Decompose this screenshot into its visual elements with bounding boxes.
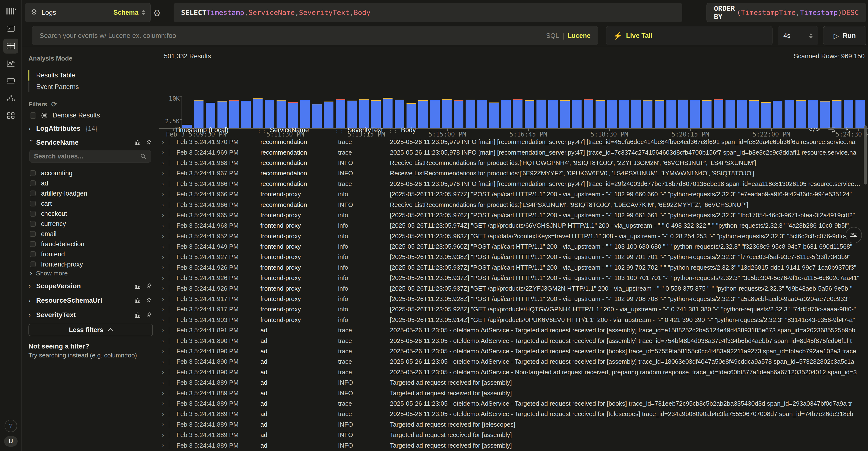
group-log-attributes[interactable]: › LogAttributes {14} bbox=[28, 125, 152, 132]
bar-chart-icon[interactable] bbox=[134, 140, 141, 146]
run-button[interactable]: ▷ Run bbox=[823, 26, 866, 46]
table-row[interactable]: ›Feb 3 5:24:41.890 PMadtrace2025-05-26 1… bbox=[159, 357, 862, 367]
row-expand-chevron[interactable]: › bbox=[162, 159, 169, 166]
bar-chart-icon[interactable] bbox=[134, 312, 141, 318]
live-tail-button[interactable]: ⚡ Live Tail bbox=[606, 26, 773, 46]
table-row[interactable]: ›Feb 3 5:24:41.926 PMfrontend-proxyinfo[… bbox=[159, 273, 862, 283]
table-row[interactable]: ›Feb 3 5:24:41.966 PMrecommendationtrace… bbox=[159, 179, 862, 189]
service-value-checkout[interactable]: checkout bbox=[30, 209, 151, 219]
table-row[interactable]: ›Feb 3 5:24:41.889 PMadINFOTargeted ad r… bbox=[159, 378, 862, 388]
row-expand-chevron[interactable]: › bbox=[162, 432, 169, 439]
row-expand-chevron[interactable]: › bbox=[162, 222, 169, 229]
table-row[interactable]: ›Feb 3 5:24:41.890 PMadtrace2025-05-26 1… bbox=[159, 367, 862, 378]
table-row[interactable]: ›Feb 3 5:24:41.917 PMfrontend-proxyinfo[… bbox=[159, 294, 862, 304]
table-row[interactable]: ›Feb 3 5:24:41.952 PMfrontend-proxyinfo[… bbox=[159, 231, 862, 241]
refresh-interval-stepper[interactable]: 4s bbox=[778, 26, 818, 46]
column-header-severitytext[interactable]: ⋮⋮SeverityText bbox=[334, 126, 383, 134]
row-expand-chevron[interactable]: › bbox=[162, 421, 169, 428]
table-row[interactable]: ›Feb 3 5:24:41.968 PMrecommendationINFOR… bbox=[159, 158, 862, 168]
column-header-body[interactable]: ⋮⋮Body bbox=[388, 126, 416, 134]
row-expand-chevron[interactable]: › bbox=[162, 358, 169, 365]
value-checkbox[interactable] bbox=[30, 190, 36, 196]
row-expand-chevron[interactable]: › bbox=[162, 275, 169, 281]
service-value-currency[interactable]: currency bbox=[30, 219, 151, 229]
pin-icon[interactable] bbox=[146, 312, 152, 318]
row-expand-chevron[interactable]: › bbox=[162, 317, 169, 323]
language-toggle[interactable]: SQL | Lucene bbox=[546, 32, 590, 40]
table-view-icon[interactable] bbox=[3, 38, 18, 54]
row-expand-chevron[interactable]: › bbox=[162, 285, 169, 292]
row-expand-chevron[interactable]: › bbox=[162, 191, 169, 198]
table-row[interactable]: ›Feb 3 5:24:41.966 PMrecommendationINFOR… bbox=[159, 200, 862, 210]
service-map-icon[interactable] bbox=[3, 91, 18, 106]
table-row[interactable]: ›Feb 3 5:24:41.891 PMadtrace2025-05-26 1… bbox=[159, 325, 862, 335]
download-icon[interactable] bbox=[843, 126, 850, 133]
table-row[interactable]: ›Feb 3 5:24:41.889 PMadINFOTargeted ad r… bbox=[159, 430, 862, 440]
row-expand-chevron[interactable]: › bbox=[162, 212, 169, 218]
row-expand-chevron[interactable]: › bbox=[162, 254, 169, 261]
row-expand-chevron[interactable]: › bbox=[162, 337, 169, 344]
column-header-timestamp[interactable]: Timestamp (Local) bbox=[175, 126, 228, 134]
schema-toggle-chevrons[interactable] bbox=[142, 10, 145, 15]
row-expand-chevron[interactable]: › bbox=[162, 149, 169, 156]
table-row[interactable]: ›Feb 3 5:24:41.926 PMfrontend-proxyinfo[… bbox=[159, 283, 862, 294]
apps-grid-icon[interactable] bbox=[3, 108, 18, 123]
table-row[interactable]: ›Feb 3 5:24:41.926 PMfrontend-proxyinfo[… bbox=[159, 262, 862, 273]
value-checkbox[interactable] bbox=[30, 231, 36, 237]
refresh-filters-icon[interactable]: ⟳ bbox=[51, 100, 57, 109]
table-row[interactable]: ›Feb 3 5:24:41.965 PMfrontend-proxyinfo[… bbox=[159, 210, 862, 220]
row-expand-chevron[interactable]: › bbox=[162, 442, 169, 449]
vertical-scrollbar[interactable] bbox=[864, 125, 867, 184]
drag-handle-icon[interactable]: ⋮⋮ bbox=[334, 127, 344, 133]
help-button[interactable]: ? bbox=[5, 420, 17, 432]
row-expand-chevron[interactable]: › bbox=[162, 243, 169, 250]
table-row[interactable]: ›Feb 3 5:24:41.949 PMfrontend-proxyinfo[… bbox=[159, 241, 862, 252]
source-selector[interactable]: Logs Schema bbox=[25, 3, 151, 22]
wrap-lines-icon[interactable] bbox=[828, 126, 835, 133]
search-logs-icon[interactable] bbox=[3, 21, 18, 36]
row-expand-chevron[interactable]: › bbox=[162, 348, 169, 355]
group-severitytext[interactable]: ›SeverityText bbox=[28, 311, 152, 319]
value-checkbox[interactable] bbox=[30, 211, 36, 217]
table-row[interactable]: ›Feb 3 5:24:41.903 PMfrontend-proxyinfo[… bbox=[159, 315, 862, 325]
gear-icon[interactable]: ⚙ bbox=[153, 8, 161, 18]
row-expand-chevron[interactable]: › bbox=[162, 264, 169, 271]
table-row[interactable]: ›Feb 3 5:24:41.967 PMrecommendationINFOR… bbox=[159, 168, 862, 178]
table-row[interactable]: ›Feb 3 5:24:41.969 PMrecommendationtrace… bbox=[159, 147, 862, 157]
select-query-input[interactable]: SELECT Timestamp, ServiceName, SeverityT… bbox=[174, 3, 682, 22]
row-expand-chevron[interactable]: › bbox=[162, 400, 169, 407]
column-header-servicename[interactable]: ⋮⋮ServiceName bbox=[256, 126, 309, 134]
table-row[interactable]: ›Feb 3 5:24:41.890 PMadtrace2025-05-26 1… bbox=[159, 335, 862, 346]
chart-view-icon[interactable] bbox=[3, 56, 18, 71]
service-value-email[interactable]: email bbox=[30, 229, 151, 239]
value-checkbox[interactable] bbox=[30, 201, 36, 206]
row-expand-chevron[interactable]: › bbox=[162, 170, 169, 177]
group-scopeversion[interactable]: ›ScopeVersion bbox=[28, 282, 152, 290]
row-expand-chevron[interactable]: › bbox=[162, 296, 169, 302]
row-expand-chevron[interactable]: › bbox=[162, 327, 169, 334]
tab-results-table[interactable]: Results Table bbox=[28, 69, 79, 81]
drag-handle-icon[interactable]: ⋮⋮ bbox=[388, 127, 398, 133]
row-expand-chevron[interactable]: › bbox=[162, 306, 169, 313]
table-row[interactable]: ›Feb 3 5:24:41.889 PMadINFOTargeted ad r… bbox=[159, 440, 862, 451]
schema-badge[interactable]: Schema bbox=[113, 9, 138, 17]
table-row[interactable]: ›Feb 3 5:24:41.889 PMadINFOTargeted ad r… bbox=[159, 388, 862, 398]
service-value-ad[interactable]: ad bbox=[30, 178, 151, 188]
row-expand-chevron[interactable]: › bbox=[162, 201, 169, 208]
group-resourceschemaurl[interactable]: ›ResourceSchemaUrl bbox=[28, 297, 152, 304]
value-checkbox[interactable] bbox=[30, 221, 36, 227]
pin-icon[interactable] bbox=[146, 297, 152, 304]
row-expand-chevron[interactable]: › bbox=[162, 390, 169, 396]
interval-chevrons[interactable] bbox=[809, 33, 812, 38]
table-row[interactable]: ›Feb 3 5:24:41.966 PMfrontend-proxyinfo[… bbox=[159, 189, 862, 200]
table-row[interactable]: ›Feb 3 5:24:41.927 PMfrontend-proxyinfo[… bbox=[159, 252, 862, 262]
bar-chart-icon[interactable] bbox=[134, 297, 141, 304]
row-expand-chevron[interactable]: › bbox=[162, 180, 169, 187]
bar-chart-icon[interactable] bbox=[134, 283, 141, 289]
table-row[interactable]: ›Feb 3 5:24:41.889 PMadtrace2025-05-26 1… bbox=[159, 409, 862, 419]
service-value-fraud-detection[interactable]: fraud-detection bbox=[30, 239, 151, 249]
pin-icon[interactable] bbox=[146, 283, 152, 289]
table-row[interactable]: ›Feb 3 5:24:41.970 PMrecommendationtrace… bbox=[159, 137, 862, 147]
sql-option[interactable]: SQL bbox=[546, 32, 559, 39]
row-expand-chevron[interactable]: › bbox=[162, 369, 169, 375]
